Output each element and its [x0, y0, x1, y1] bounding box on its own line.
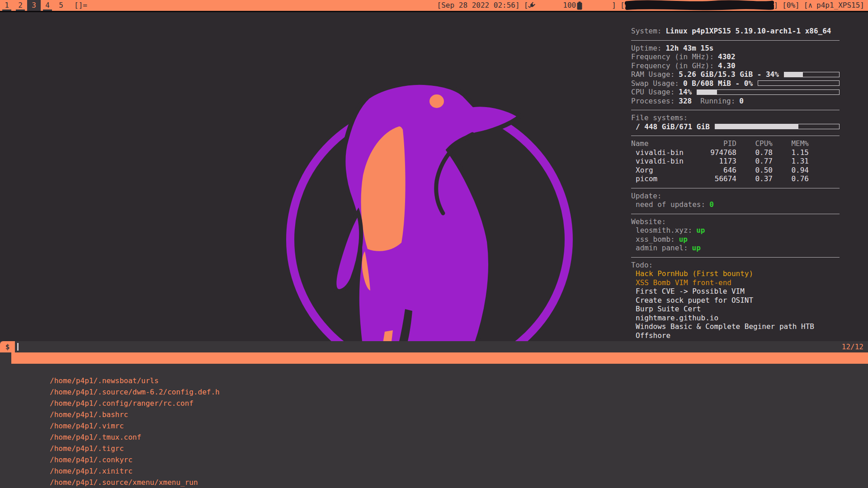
uptime-line: Uptime: 12h 43m 15s: [631, 44, 840, 53]
freq-ghz-line: Frequency (in GHz): 4.30: [631, 61, 840, 70]
updates-line: need of updates: 0: [631, 200, 840, 209]
divider: [631, 110, 840, 110]
todo-item: Offshore: [631, 331, 840, 340]
cpu-bar: [697, 89, 840, 95]
dwm-statusbar: 1 2 3 4 5 []= [Sep 28 202: [0, 0, 868, 11]
workspace-tag[interactable]: 4: [41, 0, 54, 11]
filesystems-label: File systems:: [631, 113, 840, 122]
workspace-tag-label: 1: [5, 1, 9, 9]
divider: [631, 188, 840, 188]
todo-item: nightmare.github.io: [631, 314, 840, 323]
todo-item: XSS Bomb VIM front-end: [631, 278, 840, 287]
host-segment: [ ∧ p4p1_XPS15 ]: [804, 0, 864, 11]
todo-item: Windows Basic & Complete Beginer path HT…: [631, 322, 840, 331]
fzf-result-item[interactable]: /home/p4p1/.newsboat/urls: [0, 364, 868, 375]
workspace-tag-label: 5: [59, 1, 63, 9]
fzf-prompt: $: [0, 341, 15, 352]
website-status-line: leosmith.xyz: up: [631, 226, 840, 235]
website-label: Website:: [631, 217, 840, 226]
divider: [631, 214, 840, 214]
process-row: picom 56674 0.37 0.76: [631, 174, 809, 183]
process-row: vivaldi-bin 1173 0.77 1.31: [631, 157, 809, 166]
update-label: Update:: [631, 192, 840, 201]
root-fs-line: / 448 GiB/671 GiB: [631, 122, 840, 131]
website-status-line: admin panel: up: [631, 244, 840, 253]
divider: [631, 40, 840, 41]
workspace-tag-label: 3: [32, 1, 36, 9]
penguin-eye: [429, 94, 444, 108]
workspace-tag[interactable]: 1: [0, 0, 14, 11]
process-table: Name PID CPU% MEM% vivaldi-bin 974768 0.…: [631, 139, 840, 183]
workspace-tags: 1 2 3 4 5: [0, 0, 68, 11]
fzf-result-item[interactable]: /home/p4p1/.tmux.conf: [0, 420, 868, 432]
redaction-scribble: [625, 0, 774, 11]
clock: [Sep 28 2022 02:56]: [437, 0, 520, 11]
status-text: [Sep 28 2022 02:56] [ 100 ]: [433, 0, 868, 32]
cpu-line: CPU Usage: 14%: [631, 88, 840, 97]
swap-bar: [758, 80, 840, 86]
process-row: vivaldi-bin 974768 0.78 1.15: [631, 148, 809, 157]
processes-line: Processes: 328 Running: 0: [631, 97, 840, 106]
freq-mhz-line: Frequency (in MHz): 4302: [631, 52, 840, 61]
fzf-result-list: /home/p4p1/.todo /home/p4p1/.newsboat/ur…: [0, 352, 868, 488]
workspace-tag[interactable]: 3: [27, 0, 41, 11]
process-table-header: Name PID CPU% MEM%: [631, 139, 809, 148]
workspace-tag[interactable]: 5: [54, 0, 68, 11]
fzf-result-item[interactable]: /home/p4p1/.conkyrc: [0, 443, 868, 454]
battery-full-icon: [577, 0, 612, 32]
bar-separator: [0, 11, 868, 12]
text-cursor: [17, 343, 19, 351]
fzf-prompt-row[interactable]: $ 12/12: [0, 341, 868, 352]
battery-segment: [ 100 ]: [524, 0, 616, 32]
divider: [631, 257, 840, 258]
caret-up-icon: ∧: [808, 0, 812, 11]
battery-percent: 100: [563, 0, 576, 11]
fzf-result-item[interactable]: /home/p4p1/.vimrc: [0, 409, 868, 420]
conky-panel: System: Linux p4p1XPS15 5.19.10-arch1-1 …: [631, 27, 840, 349]
website-status-line: xss_bomb: up: [631, 235, 840, 244]
plug-icon: [528, 0, 563, 31]
todo-item: Create sock pupet for OSINT: [631, 296, 840, 305]
divider: [631, 136, 840, 136]
fs-bar: [715, 124, 840, 129]
workspace-tag[interactable]: 2: [14, 0, 27, 11]
redacted-ip: 172.47.0.4 192.168.1.101: [625, 0, 774, 11]
ram-line: RAM Usage: 5.26 GiB/15.3 GiB - 34%: [631, 70, 840, 79]
todo-item: Burp Suite Cert: [631, 305, 840, 314]
fzf-result-item[interactable]: /home/p4p1/.todo: [11, 352, 868, 364]
workspace-tag-label: 2: [18, 1, 23, 9]
layout-symbol[interactable]: []=: [74, 0, 87, 11]
ram-bar: [784, 72, 840, 77]
usage-indicator: [0%]: [782, 0, 800, 11]
todo-item: First CVE -> Possible VIM: [631, 287, 840, 296]
ip-segment: [ 172.47.0.4 192.168.1.101 ]: [620, 0, 778, 11]
workspace-tag-label: 4: [45, 1, 50, 9]
fuzzy-finder-panel: $ 12/12 /home/p4p1/.todo /home/p4p1/.new…: [0, 341, 868, 488]
todo-label: Todo:: [631, 261, 840, 270]
fzf-match-counter: 12/12: [842, 341, 863, 352]
process-row: Xorg 646 0.50 0.94: [631, 166, 809, 175]
swap-line: Swap Usage: 0 B/608 MiB - 0%: [631, 79, 840, 88]
todo-item: Hack PornHub (First bounty): [631, 269, 840, 278]
